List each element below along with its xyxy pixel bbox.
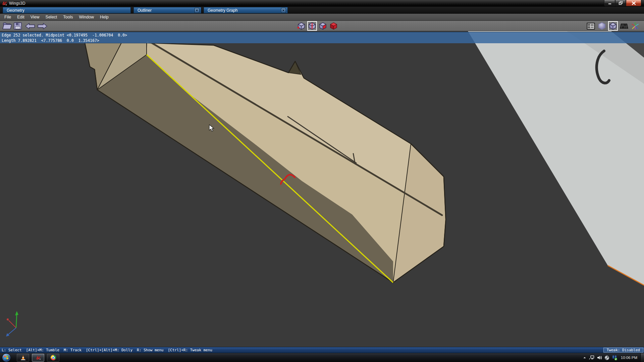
- tab-label: Outliner: [134, 8, 152, 13]
- vertex-mode-button[interactable]: [297, 21, 306, 31]
- menu-file[interactable]: File: [1, 15, 14, 19]
- status-hint: L: Select: [2, 348, 22, 352]
- menu-view[interactable]: View: [28, 15, 43, 19]
- view-windows-button[interactable]: [586, 21, 596, 31]
- info-line-1: Edge 252 selected. Midpoint <0.197495 -1…: [2, 33, 644, 38]
- steam-icon[interactable]: [604, 355, 610, 361]
- window-controls: [604, 0, 641, 6]
- mouse-cursor: [209, 124, 215, 134]
- system-tray: 10:06 PM: [581, 353, 644, 362]
- wings3d-icon: [35, 355, 41, 360]
- status-hint: [Ctrl]+[Alt]+M: Dolly: [86, 348, 132, 352]
- network-icon[interactable]: [589, 355, 595, 360]
- show-edges-button[interactable]: [608, 21, 618, 31]
- status-hint: [Alt]+M: Tumble: [26, 348, 59, 352]
- menu-window[interactable]: Window: [76, 15, 97, 19]
- tab-outliner[interactable]: Outliner: [133, 7, 201, 13]
- close-button[interactable]: [626, 0, 641, 6]
- close-icon[interactable]: [195, 8, 199, 13]
- body-mode-button[interactable]: [329, 21, 338, 31]
- minimize-button[interactable]: [604, 0, 615, 6]
- view-toggle-group: [586, 21, 640, 31]
- start-button[interactable]: [2, 353, 11, 362]
- status-hint: R: Show menu: [137, 348, 163, 352]
- restore-button[interactable]: [615, 0, 626, 6]
- window-title: Wings3D: [9, 1, 25, 6]
- taskbar-app-vlc[interactable]: [17, 354, 29, 362]
- show-axes-button[interactable]: [630, 21, 640, 31]
- vlc-cone-icon: [20, 355, 26, 361]
- file-tool-group: [2, 22, 48, 30]
- dropbox-icon[interactable]: [612, 355, 618, 361]
- save-icon[interactable]: [13, 22, 22, 30]
- close-icon[interactable]: [281, 8, 286, 13]
- status-bar: L: Select [Alt]+M: Tumble M: Track [Ctrl…: [0, 347, 644, 353]
- tab-label: Geometry: [3, 8, 24, 13]
- info-line-2: Length 7.892821 <7.775786 0.0 1.354167>: [2, 38, 644, 43]
- status-hint: [Ctrl]+R: Tweak menu: [168, 348, 212, 352]
- tab-geometry-graph[interactable]: Geometry Graph: [204, 7, 288, 13]
- hidden-icons-button[interactable]: [582, 355, 587, 360]
- chrome-icon: [51, 355, 56, 360]
- tab-bar: Geometry Outliner Geometry Graph: [0, 7, 644, 14]
- show-grid-button[interactable]: [619, 21, 629, 31]
- show-desktop-button[interactable]: [640, 353, 644, 362]
- back-arrow-icon[interactable]: [25, 22, 36, 30]
- menu-edit[interactable]: Edit: [14, 15, 28, 19]
- volume-icon[interactable]: [597, 355, 602, 360]
- toolbar: [0, 21, 644, 31]
- tab-geometry[interactable]: Geometry: [3, 7, 131, 13]
- edge-mode-button[interactable]: [307, 21, 317, 31]
- info-bar: Edge 252 selected. Midpoint <0.197495 -1…: [0, 32, 644, 43]
- wings3d-logo-icon: [2, 1, 7, 6]
- face-mode-button[interactable]: [318, 21, 328, 31]
- scene-render: [0, 31, 644, 347]
- menu-bar: File Edit View Select Tools Window Help: [0, 14, 644, 21]
- taskbar-app-wings3d[interactable]: [32, 354, 44, 362]
- viewport-3d[interactable]: Edge 252 selected. Midpoint <0.197495 -1…: [0, 31, 644, 347]
- status-hint: M: Track: [64, 348, 82, 352]
- windows-flag-icon: [4, 356, 9, 360]
- selection-mode-group: [297, 21, 338, 31]
- tab-label: Geometry Graph: [204, 8, 237, 13]
- open-folder-icon[interactable]: [2, 22, 12, 30]
- taskbar-clock[interactable]: 10:06 PM: [621, 356, 637, 360]
- menu-tools[interactable]: Tools: [60, 15, 76, 19]
- taskbar: 10:06 PM: [0, 353, 644, 362]
- title-bar: Wings3D: [0, 0, 644, 7]
- menu-help[interactable]: Help: [97, 15, 112, 19]
- menu-select[interactable]: Select: [43, 15, 60, 19]
- tweak-indicator: Tweak: Disabled: [603, 348, 643, 353]
- forward-arrow-icon[interactable]: [37, 22, 48, 30]
- wings3d-window: Wings3D Geometry Outliner: [0, 0, 644, 362]
- taskbar-app-chrome[interactable]: [47, 354, 59, 362]
- smooth-shading-button[interactable]: [597, 21, 607, 31]
